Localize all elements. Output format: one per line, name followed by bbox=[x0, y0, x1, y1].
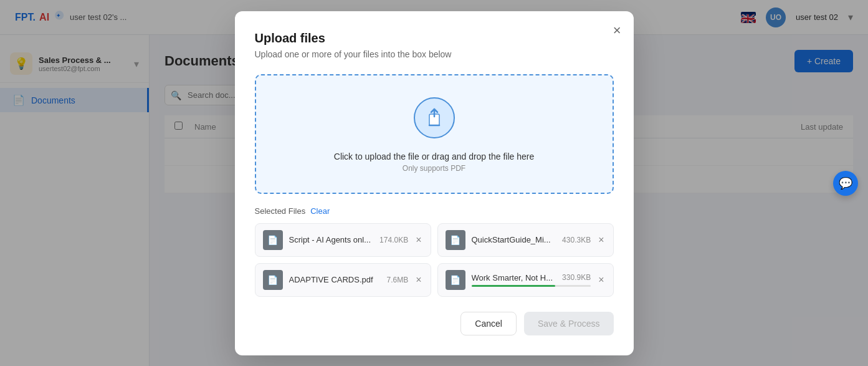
file-remove-button[interactable]: × bbox=[414, 234, 422, 246]
drop-zone-text: Click to upload the file or drag and dro… bbox=[334, 152, 534, 161]
file-icon: 📄 bbox=[446, 270, 465, 290]
selected-files-label: Selected Files bbox=[255, 206, 306, 216]
modal-title: Upload files bbox=[255, 31, 614, 46]
chatbot-fab[interactable]: 💬 bbox=[833, 171, 858, 196]
file-info: Work Smarter, Not H... 330.9KB bbox=[472, 273, 591, 287]
upload-icon bbox=[412, 95, 457, 143]
file-item: 📄 Script - AI Agents onl... 174.0KB × bbox=[255, 223, 431, 257]
file-remove-button[interactable]: × bbox=[414, 274, 422, 286]
drop-zone[interactable]: Click to upload the file or drag and dro… bbox=[255, 74, 614, 194]
clear-files-link[interactable]: Clear bbox=[310, 206, 330, 216]
file-info: ADAPTIVE CARDS.pdf 7.6MB bbox=[289, 275, 409, 284]
file-grid: 📄 Script - AI Agents onl... 174.0KB × 📄 … bbox=[255, 223, 614, 297]
modal-overlay[interactable]: × Upload files Upload one or more of you… bbox=[0, 0, 868, 366]
cancel-button[interactable]: Cancel bbox=[460, 312, 517, 335]
drop-zone-sub: Only supports PDF bbox=[403, 164, 465, 173]
file-size: 330.9KB bbox=[562, 273, 591, 282]
file-icon: 📄 bbox=[263, 230, 283, 250]
save-process-button[interactable]: Save & Process bbox=[524, 312, 614, 335]
file-remove-button[interactable]: × bbox=[597, 274, 605, 286]
selected-files-header: Selected Files Clear bbox=[255, 206, 614, 216]
chatbot-icon: 💬 bbox=[839, 176, 852, 190]
file-name: ADAPTIVE CARDS.pdf bbox=[289, 275, 383, 284]
file-size: 174.0KB bbox=[379, 236, 408, 244]
file-item: 📄 ADAPTIVE CARDS.pdf 7.6MB × bbox=[255, 263, 431, 297]
upload-modal: × Upload files Upload one or more of you… bbox=[235, 11, 634, 355]
file-info: Script - AI Agents onl... 174.0KB bbox=[289, 235, 409, 244]
progress-bar-fill bbox=[472, 285, 555, 287]
file-size: 7.6MB bbox=[386, 276, 408, 284]
file-icon: 📄 bbox=[446, 230, 465, 250]
file-item: 📄 Work Smarter, Not H... 330.9KB × bbox=[437, 263, 614, 297]
file-item: 📄 QuickStartGuide_Mi... 430.3KB × bbox=[437, 223, 614, 257]
file-icon: 📄 bbox=[263, 270, 283, 290]
file-remove-button[interactable]: × bbox=[597, 234, 605, 246]
file-size: 430.3KB bbox=[562, 236, 591, 244]
modal-subtitle: Upload one or more of your files into th… bbox=[255, 49, 614, 59]
file-name: QuickStartGuide_Mi... bbox=[472, 235, 559, 244]
modal-footer: Cancel Save & Process bbox=[255, 312, 614, 335]
file-name: Work Smarter, Not H... bbox=[472, 273, 559, 282]
file-name: Script - AI Agents onl... bbox=[289, 235, 376, 244]
file-info: QuickStartGuide_Mi... 430.3KB bbox=[472, 235, 591, 244]
modal-close-button[interactable]: × bbox=[613, 24, 621, 37]
progress-bar-wrap bbox=[472, 285, 591, 287]
